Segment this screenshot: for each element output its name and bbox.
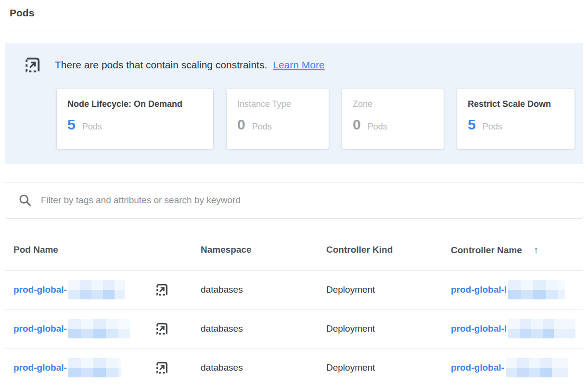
card-count: 0 <box>237 116 245 133</box>
pod-name-link[interactable]: prod-global- <box>13 284 67 295</box>
redacted-pod-name <box>68 358 121 377</box>
namespace-cell: databases <box>201 284 326 295</box>
search-icon <box>18 193 32 207</box>
scale-down-prevention-icon <box>23 56 41 74</box>
pod-name-link[interactable]: prod-global- <box>13 362 67 373</box>
card-count: 0 <box>353 116 361 133</box>
column-header-pod-name[interactable]: Pod Name <box>13 245 201 256</box>
column-header-controller-kind[interactable]: Controller Kind <box>326 245 451 256</box>
namespace-cell: databases <box>201 323 326 334</box>
table-row: prod-global- databases Deployment prod-g… <box>5 271 583 310</box>
namespace-cell: databases <box>201 362 326 373</box>
controller-name-link[interactable]: prod-global- <box>451 362 504 373</box>
card-restrict-scale-down[interactable]: Restrict Scale Down 5 Pods <box>457 89 575 149</box>
card-title: Zone <box>353 99 433 109</box>
card-count: 5 <box>468 116 476 133</box>
card-unit: Pods <box>368 122 387 132</box>
card-title: Instance Type <box>237 99 318 109</box>
card-instance-type[interactable]: Instance Type 0 Pods <box>227 89 329 149</box>
search-input[interactable] <box>41 195 574 206</box>
title-divider <box>5 30 583 30</box>
card-title: Node Lifecycle: On Demand <box>67 99 203 109</box>
controller-name-link[interactable]: prod-global-l <box>451 323 507 334</box>
controller-kind-cell: Deployment <box>326 323 451 334</box>
column-header-namespace[interactable]: Namespace <box>201 245 326 256</box>
filter-search-bar <box>5 182 583 219</box>
sort-ascending-icon: ↑ <box>534 245 538 256</box>
card-zone[interactable]: Zone 0 Pods <box>342 89 444 149</box>
card-node-lifecycle-on-demand[interactable]: Node Lifecycle: On Demand 5 Pods <box>57 89 213 149</box>
card-count: 5 <box>67 116 76 133</box>
scaling-constraints-banner: There are pods that contain scaling cons… <box>5 43 583 164</box>
table-row: prod-global- databases Deployment prod-g… <box>5 310 583 348</box>
external-link-icon[interactable] <box>154 283 169 297</box>
column-header-controller-name[interactable]: Controller Name <box>451 245 522 256</box>
redacted-controller-name <box>508 280 565 299</box>
table-header-row: Pod Name Namespace Controller Kind Contr… <box>5 219 583 271</box>
pod-name-link[interactable]: prod-global- <box>13 323 67 334</box>
card-title: Restrict Scale Down <box>468 99 564 109</box>
learn-more-link[interactable]: Learn More <box>273 59 324 70</box>
external-link-icon[interactable] <box>154 361 169 375</box>
redacted-pod-name <box>68 319 130 338</box>
card-unit: Pods <box>483 122 502 132</box>
redacted-pod-name <box>68 280 125 299</box>
table-row: prod-global- databases Deployment prod-g… <box>5 348 583 387</box>
redacted-controller-name <box>506 358 568 377</box>
page-title: Pods <box>10 7 588 19</box>
redacted-controller-name <box>508 319 575 338</box>
pods-table: Pod Name Namespace Controller Kind Contr… <box>5 219 583 387</box>
controller-name-link[interactable]: prod-global-l <box>451 284 507 295</box>
card-unit: Pods <box>252 122 272 132</box>
external-link-icon[interactable] <box>154 322 169 336</box>
controller-kind-cell: Deployment <box>326 284 451 295</box>
controller-kind-cell: Deployment <box>326 362 451 373</box>
card-unit: Pods <box>82 122 102 132</box>
banner-message: There are pods that contain scaling cons… <box>55 59 267 70</box>
constraint-cards: Node Lifecycle: On Demand 5 Pods Instanc… <box>57 89 583 149</box>
